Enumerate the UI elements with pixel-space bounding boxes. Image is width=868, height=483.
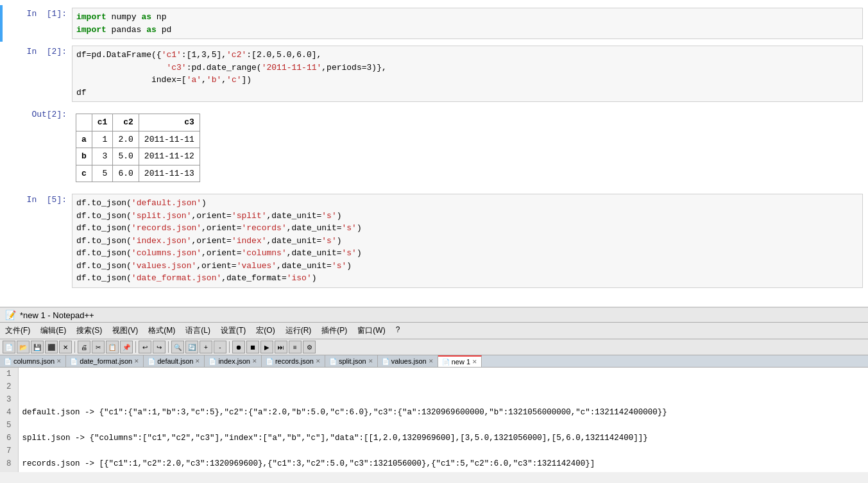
tab-index-json-close[interactable]: ✕ [252,358,257,364]
str-b: 'b' [207,75,221,85]
df-cell-b-c3: 2011-11-12 [139,148,200,165]
toolbar-macro-rec[interactable]: ⏺ [232,341,245,353]
toolbar-undo[interactable]: ↩ [139,341,151,353]
str-date: '2011-11-11' [262,63,322,72]
toolbar-cut[interactable]: ✂ [92,341,105,353]
menu-help[interactable]: ? [391,324,405,337]
cell-1-content[interactable]: import numpy as np import pandas as pd [72,8,863,39]
menu-run[interactable]: 运行(R) [280,324,317,337]
str-columns: 'columns' [241,248,286,258]
str-values: 'values' [237,261,277,271]
tab-values-json-close[interactable]: ✕ [429,358,434,364]
df-header-c3: c3 [139,114,200,131]
df-header-c2: c2 [113,114,139,131]
tab-index-json-icon: 📄 [208,358,216,365]
menu-language[interactable]: 语言(L) [180,324,216,337]
menu-edit[interactable]: 编辑(E) [35,324,71,337]
df-cell-c-c2: 6.0 [113,165,139,182]
str-split-json: 'split.json' [132,211,192,221]
line-num-9: 9 [4,470,14,472]
toolbar-save-all[interactable]: ⬛ [45,341,58,353]
toolbar-macro-stop[interactable]: ⏹ [246,341,259,353]
toolbar-open[interactable]: 📂 [17,341,30,353]
cell-1[interactable]: In [1]: import numpy as np import pandas… [0,5,868,42]
tab-split-json-close[interactable]: ✕ [368,358,373,364]
tab-columns-json-close[interactable]: ✕ [56,358,62,364]
menu-plugins[interactable]: 插件(P) [316,324,352,337]
editor-content[interactable]: default.json -> {"c1":{"a":1,"b":3,"c":5… [19,368,868,472]
toolbar-save[interactable]: 💾 [31,341,44,353]
toolbar-paste[interactable]: 📌 [120,341,133,353]
cell-2-out-prompt: Out[2]: [8,108,72,187]
line-num-3: 3 [4,393,14,406]
toolbar-zoom-in[interactable]: + [200,341,212,353]
tab-values-json-label: values.json [391,357,427,365]
str-s2: 's' [342,223,357,233]
notepad-title: *new 1 - Notepad++ [20,310,94,320]
line-num-5: 5 [4,419,14,432]
tab-date-format-json[interactable]: 📄 date_format.json ✕ [66,355,144,367]
line-num-6: 6 [4,432,14,445]
tab-date-format-json-close[interactable]: ✕ [134,358,139,364]
df-index-c: c [76,165,92,182]
menu-macro[interactable]: 宏(O) [251,324,280,337]
tab-index-json[interactable]: 📄 index.json ✕ [205,355,262,367]
menu-settings[interactable]: 设置(T) [216,324,251,337]
tab-records-json-icon: 📄 [266,358,273,365]
keyword-as1: as [141,12,151,22]
cell-2-out-content: c1 c2 c3 a 1 2.0 2011-11-11 b 3 [72,108,863,187]
toolbar-redo[interactable]: ↪ [153,341,166,353]
toolbar-print[interactable]: 🖨 [78,341,90,353]
tab-records-json-close[interactable]: ✕ [316,358,321,364]
tab-new1[interactable]: 📄 new 1 ✕ [438,355,482,367]
notepad-titlebar: 📝 *new 1 - Notepad++ [0,308,868,323]
str-index: 'index' [232,236,267,246]
menu-view[interactable]: 视图(V) [107,324,143,337]
menu-file[interactable]: 文件(F) [0,324,35,337]
str-date-format-json: 'date_format.json' [132,273,221,283]
cell-2-prompt: In [2]: [8,46,72,102]
tab-default-json[interactable]: 📄 default.json ✕ [144,355,205,367]
toolbar-copy[interactable]: 📋 [106,341,119,353]
line-numbers: 1 2 3 4 5 6 7 8 9 [0,368,19,472]
cell-2[interactable]: In [2]: df=pd.DataFrame({'c1':[1,3,5],'c… [0,43,868,105]
toolbar-sep1 [74,341,75,353]
tab-records-json[interactable]: 📄 records.json ✕ [262,355,325,367]
menu-search[interactable]: 搜索(S) [71,324,107,337]
tab-default-json-close[interactable]: ✕ [195,358,200,364]
tab-columns-json[interactable]: 📄 columns.json ✕ [0,355,66,367]
toolbar-macro-play[interactable]: ▶ [260,341,273,353]
str-a: 'a' [187,75,201,85]
toolbar-close[interactable]: ✕ [59,341,72,353]
notebook-area: In [1]: import numpy as np import pandas… [0,0,868,308]
toolbar-replace[interactable]: 🔄 [185,341,198,353]
tab-new1-close[interactable]: ✕ [472,359,477,365]
toolbar-new[interactable]: 📄 [3,341,15,353]
tab-split-json-icon: 📄 [329,358,337,365]
notepad-menubar: 文件(F) 编辑(E) 搜索(S) 视图(V) 格式(M) 语言(L) 设置(T… [0,323,868,339]
toolbar-macro-run[interactable]: ⏭ [275,341,287,353]
line-num-8: 8 [4,457,14,470]
tab-columns-json-label: columns.json [13,357,55,365]
cell-5-content[interactable]: df.to_json('default.json') df.to_json('s… [72,194,863,288]
table-row: c 5 6.0 2011-11-13 [76,165,200,182]
toolbar-zoom-out[interactable]: - [214,341,226,353]
toolbar-find[interactable]: 🔍 [171,341,184,353]
code-line-2: default.json -> {"c1":{"a":1,"b":3,"c":5… [22,406,864,419]
toolbar-extra1[interactable]: ≡ [289,341,302,353]
df-cell-a-c3: 2011-11-11 [139,131,200,148]
tab-columns-json-icon: 📄 [4,358,12,365]
df-header-c1: c1 [92,114,113,131]
df-header-index [76,114,92,131]
cell-5[interactable]: In [5]: df.to_json('default.json') df.to… [0,191,868,291]
str-values-json: 'values.json' [132,261,196,271]
df-cell-c-c3: 2011-11-13 [139,165,200,182]
menu-format[interactable]: 格式(M) [143,324,180,337]
toolbar-extra2[interactable]: ⚙ [303,341,316,353]
menu-window[interactable]: 窗口(W) [352,324,390,337]
cell-2-content[interactable]: df=pd.DataFrame({'c1':[1,3,5],'c2':[2.0,… [72,46,863,102]
tab-split-json[interactable]: 📄 split.json ✕ [325,355,378,367]
notepad-editor[interactable]: 1 2 3 4 5 6 7 8 9 default.json -> {"c1":… [0,368,868,472]
tab-values-json[interactable]: 📄 values.json ✕ [378,355,438,367]
str-columns-json: 'columns.json' [132,248,201,258]
